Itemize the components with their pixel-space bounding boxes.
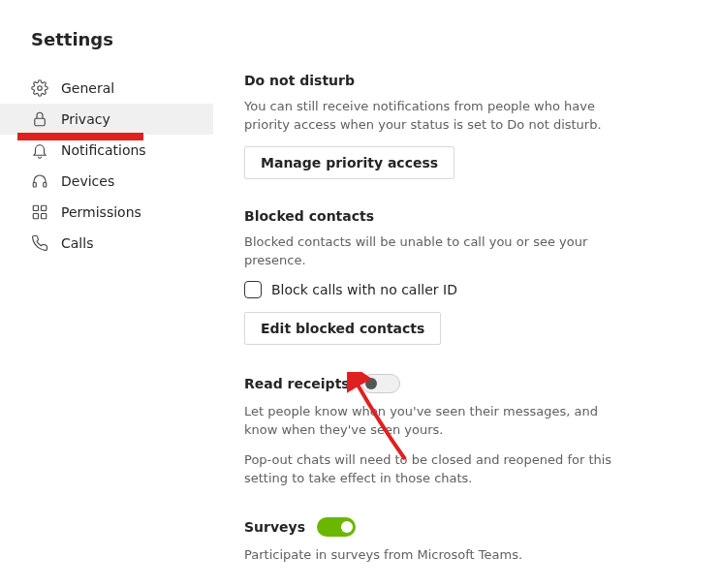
apps-icon xyxy=(31,203,48,221)
svg-rect-6 xyxy=(33,214,38,219)
read-receipts-description-2: Pop-out chats will need to be closed and… xyxy=(244,451,626,488)
sidebar-item-label: Privacy xyxy=(61,111,110,127)
svg-rect-7 xyxy=(42,214,47,219)
svg-rect-2 xyxy=(33,183,36,188)
sidebar-item-permissions[interactable]: Permissions xyxy=(0,197,213,228)
checkbox-box-icon xyxy=(244,281,262,298)
section-do-not-disturb: Do not disturb You can still receive not… xyxy=(244,73,626,179)
block-no-caller-id-checkbox[interactable]: Block calls with no caller ID xyxy=(244,281,626,298)
red-annotation-bar xyxy=(17,133,143,140)
sidebar-item-devices[interactable]: Devices xyxy=(0,166,213,197)
phone-icon xyxy=(31,234,48,252)
layout: General Privacy Notifications Devices Pe xyxy=(0,49,720,588)
dnd-description: You can still receive notifications from… xyxy=(244,98,626,135)
sidebar-item-label: Permissions xyxy=(61,204,141,220)
sidebar-item-general[interactable]: General xyxy=(0,73,213,104)
gear-icon xyxy=(31,79,48,97)
sidebar-item-calls[interactable]: Calls xyxy=(0,228,213,259)
sidebar-item-label: Devices xyxy=(61,173,114,189)
blocked-description: Blocked contacts will be unable to call … xyxy=(244,233,626,270)
edit-blocked-contacts-button[interactable]: Edit blocked contacts xyxy=(244,312,441,345)
read-receipts-toggle[interactable] xyxy=(361,374,400,393)
sidebar-item-privacy[interactable]: Privacy xyxy=(0,104,213,135)
sidebar-item-label: Notifications xyxy=(61,142,146,158)
blocked-heading: Blocked contacts xyxy=(244,208,626,224)
surveys-heading: Surveys xyxy=(244,519,305,535)
svg-point-0 xyxy=(38,86,43,91)
read-receipts-heading: Read receipts xyxy=(244,376,350,391)
settings-sidebar: General Privacy Notifications Devices Pe xyxy=(0,73,213,588)
sidebar-item-label: General xyxy=(61,80,114,96)
lock-icon xyxy=(31,110,48,128)
svg-rect-3 xyxy=(44,183,47,188)
section-surveys: Surveys Participate in surveys from Micr… xyxy=(244,517,626,565)
dnd-heading: Do not disturb xyxy=(244,73,626,88)
settings-content: Do not disturb You can still receive not… xyxy=(213,73,665,588)
read-receipts-description-1: Let people know when you've seen their m… xyxy=(244,403,626,440)
svg-rect-5 xyxy=(42,205,47,210)
checkbox-label: Block calls with no caller ID xyxy=(271,282,457,297)
section-read-receipts: Read receipts Let people know when you'v… xyxy=(244,374,626,487)
surveys-description: Participate in surveys from Microsoft Te… xyxy=(244,546,626,565)
svg-rect-1 xyxy=(35,118,46,126)
svg-rect-4 xyxy=(33,205,38,210)
sidebar-item-label: Calls xyxy=(61,235,93,251)
page-title: Settings xyxy=(0,0,720,49)
surveys-toggle[interactable] xyxy=(317,517,356,537)
manage-priority-access-button[interactable]: Manage priority access xyxy=(244,146,454,179)
headset-icon xyxy=(31,172,48,190)
section-blocked-contacts: Blocked contacts Blocked contacts will b… xyxy=(244,208,626,346)
bell-icon xyxy=(31,141,48,159)
